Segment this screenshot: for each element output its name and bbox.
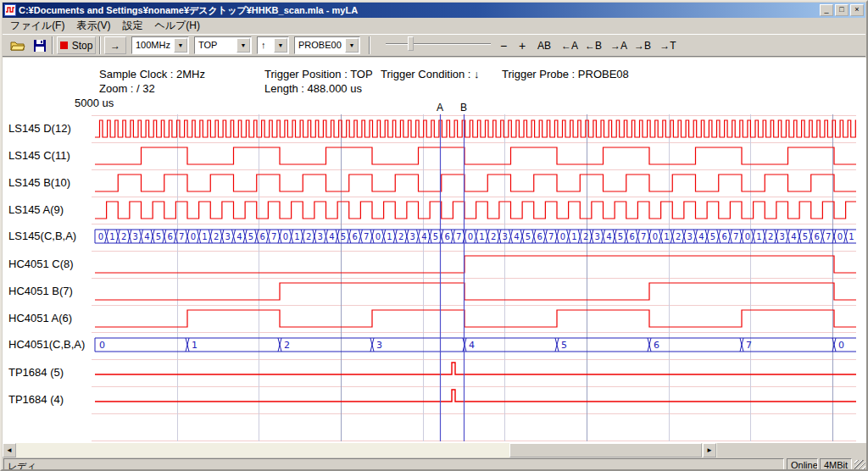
window-title: C:¥Documents and Settings¥noname¥デスクトップ¥… [19,4,818,17]
goto-b-left-button[interactable]: ←B [582,36,604,54]
status-ready-text: レディ [8,461,36,471]
toolbar-separator [99,36,101,54]
stop-icon [60,42,68,49]
minimize-button[interactable]: _ [820,4,833,16]
waveform-client-area [3,58,868,443]
goto-b-right-icon: →B [634,40,651,52]
floppy-icon [34,40,46,52]
menu-settings[interactable]: 設定 [116,17,148,35]
status-online-text: Online [791,460,818,470]
stop-button[interactable]: Stop [57,36,96,54]
channel-label: TP1684 (5) [8,366,64,380]
status-memory-panel: 4MBit [820,458,852,471]
menubar: ファイル(F) 表示(V) 設定 ヘルプ(H) [3,18,865,34]
channel-label: HC4051(C,B,A) [8,338,85,352]
channel-label: LS145 D(12) [8,122,71,136]
resize-grip-icon[interactable] [854,460,865,471]
scroll-thumb[interactable] [509,443,702,457]
plus-icon: + [519,39,526,53]
channel-label: LS145 B(10) [8,176,70,190]
zoom-slider[interactable] [386,35,491,53]
channel-label: HC4051 C(8) [8,258,74,271]
goto-a-left-button[interactable]: ←A [559,36,581,54]
scroll-left-icon: ◄ [6,446,13,454]
sample-clock-readout: Sample Clock : 2MHz [99,68,205,80]
trigger-position-readout: Trigger Position : TOP [264,68,373,80]
channel-label: HC4051 A(6) [8,312,72,325]
trigger-condition-readout: Trigger Condition : ↓ [381,68,480,80]
dropdown-arrow-icon[interactable]: ▼ [236,38,250,53]
scroll-right-icon: ► [706,446,713,454]
goto-a-left-icon: ←A [561,40,578,52]
close-icon: × [851,4,863,14]
toolbar-separator [52,36,53,54]
goto-b-right-button[interactable]: →B [632,36,654,54]
slider-thumb[interactable] [408,36,414,51]
status-memory-text: 4MBit [824,460,848,470]
slider-track [386,43,491,45]
app-icon [4,4,16,16]
channel-label: TP1684 (4) [8,393,64,407]
probe-value: PROBE00 [298,40,342,50]
sample-rate-value: 100MHz [136,40,170,50]
goto-a-right-icon: →A [610,40,627,52]
probe-select[interactable]: PROBE00 ▼ [294,36,360,54]
channel-label: HC4051 B(7) [8,285,73,298]
goto-b-left-icon: ←B [585,40,602,52]
close-button[interactable]: × [850,4,864,16]
dropdown-arrow-icon[interactable]: ▼ [345,38,359,53]
time-scale-label: 5000 us [75,97,114,109]
zoom-readout: Zoom : / 32 [99,82,155,95]
sample-rate-select[interactable]: 100MHz ▼ [131,36,189,54]
stop-label: Stop [72,40,93,52]
save-button[interactable] [30,36,50,54]
length-readout: Length : 488.000 us [264,82,362,95]
minimize-icon: _ [821,4,832,14]
minus-icon: − [500,39,507,53]
zoom-ab-button[interactable]: AB [533,36,555,54]
channel-label: LS145 C(11) [8,149,70,163]
zoom-out-button[interactable]: − [496,36,511,54]
dropdown-arrow-icon[interactable]: ▼ [274,38,287,53]
run-arrow-icon: → [110,40,120,52]
trigger-edge-value: ↑ [261,40,266,50]
trigger-position-select[interactable]: TOP ▼ [194,36,252,54]
status-ready-panel: レディ [3,458,784,471]
goto-a-right-button[interactable]: →A [608,36,630,54]
scroll-right-button[interactable]: ► [703,443,716,457]
goto-trigger-icon: →T [659,40,676,52]
trigger-edge-select[interactable]: ↑ ▼ [257,36,289,54]
horizontal-scrollbar[interactable]: ◄ ► [3,443,717,457]
goto-trigger-button[interactable]: →T [657,36,679,54]
zoom-in-button[interactable]: + [515,36,530,54]
scroll-left-button[interactable]: ◄ [3,443,16,457]
app-window: C:¥Documents and Settings¥noname¥デスクトップ¥… [0,0,868,471]
run-button[interactable]: → [104,36,126,54]
marker-label-a[interactable]: A [433,102,447,114]
titlebar[interactable]: C:¥Documents and Settings¥noname¥デスクトップ¥… [3,3,865,18]
trigger-position-value: TOP [198,40,217,50]
open-button[interactable] [8,36,28,54]
statusbar: レディ Online 4MBit [3,458,865,471]
maximize-button[interactable]: □ [835,4,849,16]
ab-label: AB [537,40,551,52]
channel-label: LS145 A(9) [8,203,64,217]
open-folder-icon [10,40,25,52]
toolbar-separator [369,36,370,54]
maximize-icon: □ [836,4,848,14]
menu-help[interactable]: ヘルプ(H) [148,17,206,35]
menu-view[interactable]: 表示(V) [70,17,116,35]
channel-label: LS145(C,B,A) [8,230,76,243]
dropdown-arrow-icon[interactable]: ▼ [174,38,187,53]
status-online-panel: Online [787,458,818,471]
marker-label-b[interactable]: B [457,102,470,114]
toolbar: Stop → 100MHz ▼ TOP ▼ ↑ ▼ PROBE00 ▼ − + … [3,34,865,57]
menu-file[interactable]: ファイル(F) [4,17,70,35]
trigger-probe-readout: Trigger Probe : PROBE08 [502,68,629,80]
